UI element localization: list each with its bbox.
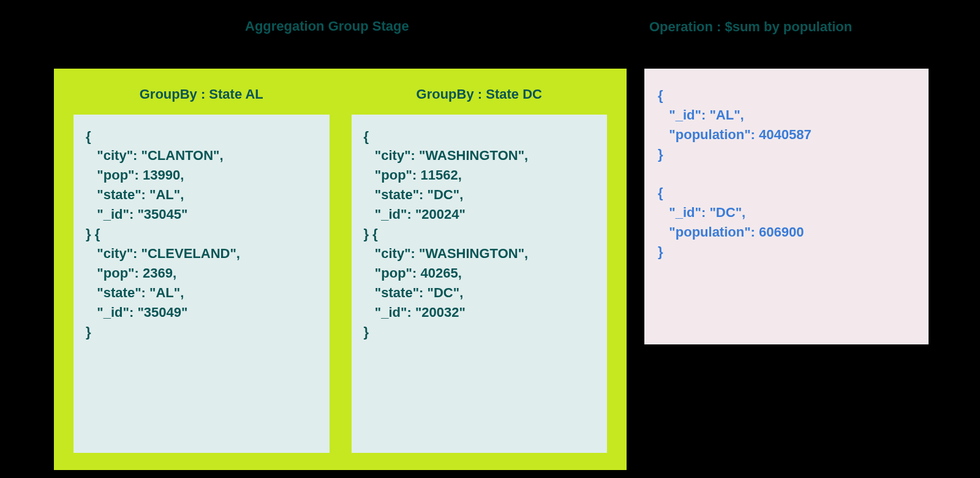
group-content: { "city": "WASHINGTON", "pop": 11562, "s…: [352, 115, 608, 453]
aggregation-stage-container: GroupBy : State AL { "city": "CLANTON", …: [54, 69, 627, 470]
group-header: GroupBy : State AL: [74, 86, 330, 104]
operation-result: { "_id": "AL", "population": 4040587 } {…: [644, 69, 929, 344]
aggregation-title: Aggregation Group Stage: [245, 18, 409, 34]
group-content: { "city": "CLANTON", "pop": 13990, "stat…: [74, 115, 330, 453]
operation-title: Operation : $sum by population: [649, 18, 852, 36]
group-column-dc: GroupBy : State DC { "city": "WASHINGTON…: [352, 86, 608, 453]
group-column-al: GroupBy : State AL { "city": "CLANTON", …: [74, 86, 330, 453]
group-header: GroupBy : State DC: [352, 86, 608, 104]
